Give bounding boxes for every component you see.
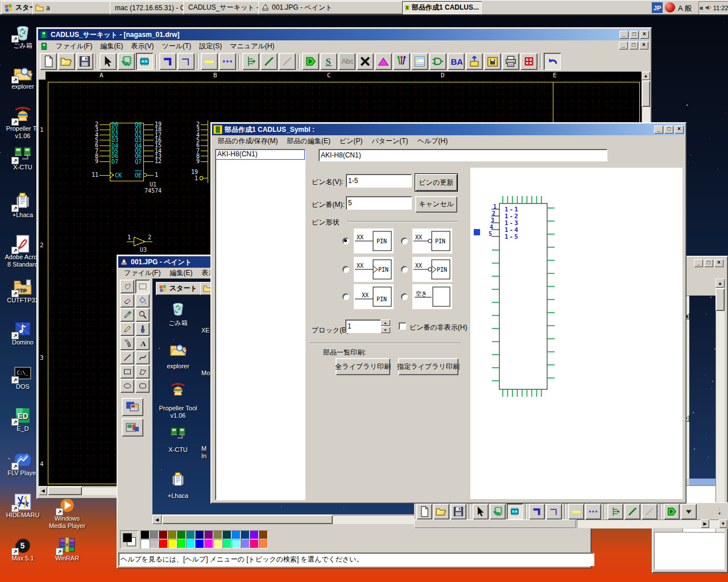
symbol-preview-panel[interactable]: 11-121-231-341-451-5	[470, 168, 682, 499]
part-list-item[interactable]: AKI-H8(CN1)	[216, 149, 305, 160]
library-out-button[interactable]	[466, 53, 483, 70]
palette-color-swatch[interactable]	[150, 539, 159, 548]
palette-color-swatch[interactable]	[222, 530, 231, 539]
green-line-button[interactable]	[260, 53, 278, 70]
shape-option-pin-empty[interactable]: 空き	[412, 284, 452, 309]
dots-button[interactable]	[219, 53, 236, 70]
palette-color-swatch[interactable]	[186, 539, 195, 548]
pencil-tool[interactable]	[120, 322, 134, 336]
shape-option-pin-clock[interactable]: XXPIN	[354, 257, 394, 282]
close-button[interactable]: ×	[675, 126, 684, 134]
print-selected-library-button[interactable]: 指定ライブラリ印刷	[398, 358, 458, 375]
chip-button[interactable]	[507, 504, 523, 519]
cadlus-menu-item[interactable]: 設定(S)	[195, 41, 226, 52]
hscroll-thumb[interactable]	[162, 515, 333, 524]
green-line-button[interactable]	[624, 504, 640, 519]
rounded-rect-tool[interactable]	[135, 379, 150, 393]
select-arrow-button[interactable]	[100, 53, 117, 70]
palette-color-swatch[interactable]	[259, 530, 268, 539]
tray-clock[interactable]: 11:22	[713, 5, 728, 11]
eraser-tool[interactable]	[120, 294, 134, 307]
mdi-close-button[interactable]: ×	[639, 41, 648, 49]
palette-color-swatch[interactable]	[231, 530, 241, 539]
pin-update-button[interactable]: ピンの更新	[415, 174, 457, 191]
chip-button[interactable]	[136, 53, 153, 70]
paint-menu-item[interactable]: ファイル(F)	[120, 268, 164, 278]
taskbar-window-button[interactable]: 001.JPG - ペイント	[258, 1, 405, 14]
magnifier-tool[interactable]	[135, 308, 150, 322]
dialog-menu-item[interactable]: 部品の編集(E)	[283, 136, 334, 147]
palette-color-swatch[interactable]	[259, 539, 268, 548]
close-button[interactable]: ×	[714, 259, 723, 267]
mini-start-button[interactable]: スタート	[156, 282, 202, 295]
palette-color-swatch[interactable]	[150, 530, 159, 539]
run-button[interactable]	[302, 53, 319, 70]
scroll-left-icon[interactable]: ◀	[152, 515, 162, 524]
gray-line-button[interactable]	[642, 504, 657, 519]
palette-color-swatch[interactable]	[204, 539, 213, 548]
palette-color-swatch[interactable]	[177, 539, 186, 548]
taskbar-window-button[interactable]: mac (172.16.65.31) - Cut...	[110, 1, 186, 14]
dialog-menu-item[interactable]: ヘルプ(H)	[413, 136, 452, 147]
vscroll-thumb[interactable]	[642, 81, 650, 107]
palette-color-swatch[interactable]	[186, 530, 195, 539]
cadlus-menu-item[interactable]: 表示(V)	[127, 41, 158, 52]
palette-color-swatch[interactable]	[140, 530, 150, 539]
block-spinner[interactable]: ▲ ▼	[380, 319, 390, 333]
abc-text-button[interactable]: Abc	[338, 53, 355, 70]
cadlus-menu-item[interactable]: マニュアル(H)	[226, 41, 278, 52]
open-folder-button[interactable]	[433, 504, 449, 519]
text-tool[interactable]: A	[135, 336, 150, 350]
maximize-button[interactable]: □	[664, 126, 673, 134]
print-button[interactable]	[502, 53, 519, 70]
shape-option-pin-name-over[interactable]: XXPIN	[354, 284, 394, 309]
palette-color-swatch[interactable]	[250, 539, 259, 548]
sheet-button[interactable]	[411, 53, 428, 70]
spinner-down-icon[interactable]: ▼	[380, 327, 390, 333]
ime-language-badge[interactable]: JP	[652, 2, 663, 13]
symbl-hscrollbar[interactable]: ▶ ▼	[577, 519, 728, 528]
dialog-menu-item[interactable]: 部品の作成/保存(M)	[214, 136, 282, 147]
cadlus-titlebar[interactable]: CADLUS_サーキット - [nagasm_01.drw] _ □ ×	[38, 29, 650, 40]
maximize-button[interactable]: □	[704, 259, 713, 267]
palette-color-swatch[interactable]	[177, 530, 186, 539]
airbrush-tool[interactable]	[120, 336, 134, 350]
palette-color-swatch[interactable]	[241, 530, 250, 539]
shape-radio-pin-plain[interactable]	[342, 238, 349, 244]
shape-radio-pin-invert-clock[interactable]	[401, 266, 408, 273]
desktop-icon-Max 5.1[interactable]: 5↗Max 5.1	[0, 535, 46, 562]
highlight-line-button[interactable]	[568, 504, 584, 519]
part-select-button[interactable]	[118, 53, 135, 70]
dropdown-button[interactable]	[681, 504, 697, 519]
dots-button[interactable]	[585, 504, 601, 519]
desktop-icon-WinRAR[interactable]: ↗WinRAR	[44, 535, 90, 562]
s-text-button[interactable]: S	[320, 53, 337, 70]
speaker-icon[interactable]	[705, 4, 712, 11]
shape-option-pin-plain[interactable]: XXPIN	[354, 228, 394, 253]
line-tool[interactable]	[120, 351, 134, 364]
ime-mode-indicator[interactable]: A 般	[678, 3, 692, 14]
hscroll-thumb[interactable]	[48, 487, 82, 495]
gray-line-button[interactable]	[279, 53, 296, 70]
palette-color-swatch[interactable]	[213, 530, 222, 539]
palette-color-swatch[interactable]	[204, 530, 213, 539]
maximize-button[interactable]: □	[630, 31, 639, 39]
select-tool[interactable]	[135, 280, 150, 293]
mdi-minimize-button[interactable]: _	[619, 41, 628, 49]
paint-menu-item[interactable]: 編集(E)	[166, 268, 196, 278]
shape-radio-pin-empty[interactable]	[401, 293, 408, 300]
ba-text-button[interactable]: BA	[448, 53, 465, 70]
cadlus-menu-item[interactable]: ファイル(F)	[52, 41, 96, 52]
bus-entry-button[interactable]	[607, 504, 623, 519]
new-file-button[interactable]	[40, 53, 57, 70]
minimize-button[interactable]: _	[619, 31, 628, 39]
corner-thick-button[interactable]	[159, 53, 176, 70]
palette-color-swatch[interactable]	[140, 539, 150, 548]
collapse-tray-icon[interactable]: «	[700, 4, 704, 12]
shape-option-pin-invert-clock[interactable]: XXPIN	[412, 257, 452, 282]
palette-color-swatch[interactable]	[159, 530, 168, 539]
selection-handle[interactable]	[474, 229, 480, 235]
part-name-field[interactable]: AKI-H8(CN1)	[318, 149, 607, 161]
foreground-color-swatch[interactable]	[123, 533, 132, 542]
spinner-up-icon[interactable]: ▲	[380, 319, 390, 326]
